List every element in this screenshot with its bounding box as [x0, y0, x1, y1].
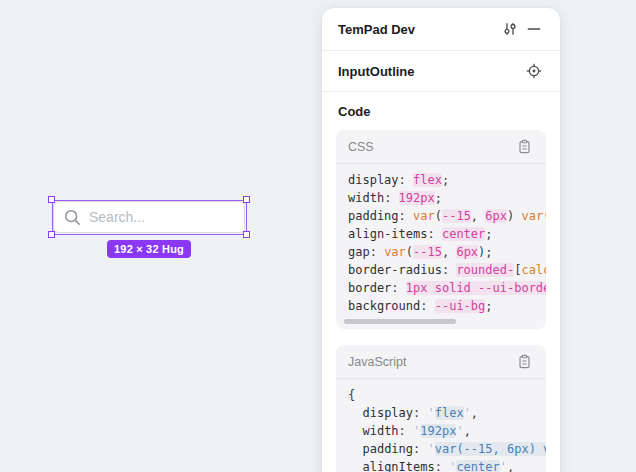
- css-code-body[interactable]: display: flex;width: 192px;padding: var(…: [336, 164, 546, 317]
- code-section: Code CSS display: flex;width: 192px;padd…: [322, 92, 560, 472]
- scrollbar-thumb[interactable]: [344, 319, 456, 324]
- clipboard-icon: [517, 139, 532, 154]
- copy-css-button[interactable]: [512, 135, 536, 159]
- code-line: align-items: center;: [348, 225, 546, 243]
- js-code-block-label: JavaScript: [348, 355, 512, 369]
- settings-sliders-button[interactable]: [498, 17, 522, 41]
- code-line: border: 1px solid --ui-border-input;: [348, 279, 546, 297]
- code-line: gap: var(--15, 6px);: [348, 243, 546, 261]
- css-code-block-label: CSS: [348, 140, 512, 154]
- code-line: display: 'flex',: [348, 404, 546, 422]
- css-code-block-header: CSS: [336, 130, 546, 164]
- css-code-block: CSS display: flex;width: 192px;padding: …: [336, 130, 546, 329]
- selected-node-name: InputOutline: [338, 64, 522, 79]
- js-code-body[interactable]: { display: 'flex', width: '192px', paddi…: [336, 379, 546, 472]
- search-icon: [64, 209, 81, 226]
- search-placeholder: Search...: [89, 209, 145, 225]
- code-line: padding: 'var(--15, 6px) var(--25, 16px)…: [348, 440, 546, 458]
- crosshair-icon: [526, 63, 542, 79]
- selection-handle-top-right[interactable]: [243, 196, 250, 203]
- sliders-icon: [502, 21, 518, 37]
- locate-node-button[interactable]: [522, 59, 546, 83]
- minimize-button[interactable]: [522, 17, 546, 41]
- js-code-block-header: JavaScript: [336, 345, 546, 379]
- css-horizontal-scrollbar: [336, 317, 546, 329]
- selected-node-row: InputOutline: [322, 51, 560, 91]
- code-line: border-radius: rounded-[calc(var(--round…: [348, 261, 546, 279]
- code-line: padding: var(--15, 6px) var(--25, 16px);: [348, 207, 546, 225]
- minus-icon: [526, 21, 542, 37]
- code-line: {: [348, 386, 546, 404]
- tempad-dev-panel: TemPad Dev InputOutline: [322, 8, 560, 472]
- copy-js-button[interactable]: [512, 350, 536, 374]
- panel-title: TemPad Dev: [338, 22, 498, 37]
- clipboard-icon: [517, 354, 532, 369]
- code-line: width: '192px',: [348, 422, 546, 440]
- code-line: background: --ui-bg;: [348, 297, 546, 315]
- js-code-block: JavaScript { display: 'flex', width: '19…: [336, 345, 546, 472]
- search-input[interactable]: Search...: [53, 201, 245, 233]
- size-badge: 192 × 32 Hug: [107, 240, 191, 258]
- code-line: display: flex;: [348, 171, 546, 189]
- selection-handle-top-left[interactable]: [48, 196, 55, 203]
- code-line: width: 192px;: [348, 189, 546, 207]
- code-line: alignItems: 'center',: [348, 458, 546, 472]
- selection-handle-bottom-right[interactable]: [243, 231, 250, 238]
- code-section-label: Code: [336, 104, 546, 119]
- panel-header: TemPad Dev: [322, 8, 560, 50]
- selection-handle-bottom-left[interactable]: [48, 231, 55, 238]
